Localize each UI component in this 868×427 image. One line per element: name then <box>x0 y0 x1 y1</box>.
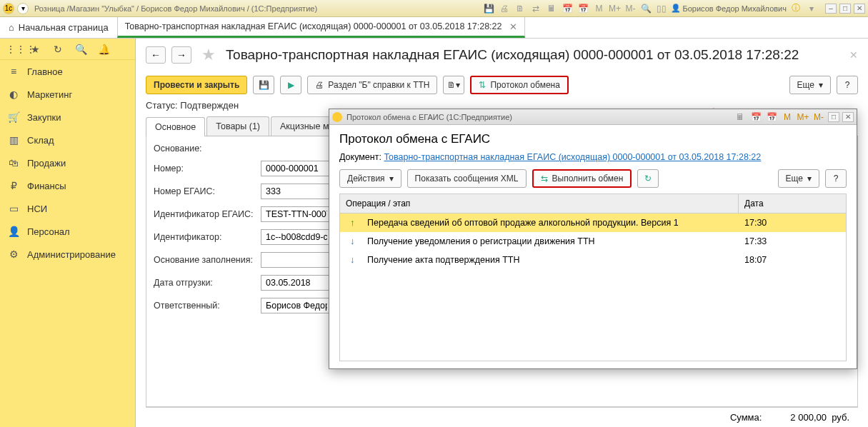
exchange-icon: ⇆ <box>541 174 548 184</box>
fill-basis-field[interactable] <box>261 252 332 268</box>
protocol-button[interactable]: ⇅Протокол обмена <box>470 76 568 94</box>
dlg-calendar2-icon[interactable]: 📅 <box>765 111 778 124</box>
refresh-button[interactable]: ↻ <box>637 169 659 188</box>
maximize-button[interactable]: □ <box>839 4 851 14</box>
top-nav: ⌂ Начальная страница Товарно-транспортна… <box>0 17 868 39</box>
post-button[interactable]: ▶ <box>280 76 301 94</box>
grid-header: Операция / этап Дата <box>339 194 847 214</box>
dlg-more-button[interactable]: Еще ▾ <box>778 169 819 188</box>
sidebar-item-icon: ▥ <box>7 134 20 146</box>
post-close-button[interactable]: Провести и закрыть <box>146 76 247 94</box>
print-icon: 🖨 <box>315 80 324 90</box>
nav-forward-button[interactable]: → <box>171 46 191 64</box>
show-xml-button[interactable]: Показать сообщения XML <box>407 169 527 188</box>
nav-back-button[interactable]: ← <box>146 46 166 64</box>
favorite-star-icon[interactable]: ★ <box>201 46 216 64</box>
sidebar-item[interactable]: ≡Главное <box>0 60 135 83</box>
dlg-m-icon[interactable]: M <box>781 111 794 124</box>
calendar2-icon[interactable]: 📅 <box>577 2 589 15</box>
dlg-mplus-icon[interactable]: M+ <box>797 111 809 124</box>
sidebar-item[interactable]: 🛒Закупки <box>0 106 135 129</box>
tab-main[interactable]: Основное <box>146 117 205 136</box>
dialog-doc-label: Документ: <box>339 152 381 162</box>
id-field[interactable] <box>261 229 332 245</box>
sidebar-item[interactable]: ▭НСИ <box>0 197 135 220</box>
number-label: Номер: <box>154 164 261 174</box>
bell-icon[interactable]: 🔔 <box>97 44 110 55</box>
sidebar-item-label: Администрирование <box>27 249 116 260</box>
actions-button[interactable]: Действия ▾ <box>339 169 401 188</box>
col-date[interactable]: Дата <box>739 194 846 213</box>
sidebar-item[interactable]: 👤Персонал <box>0 220 135 243</box>
more-button[interactable]: Еще ▾ <box>789 76 831 94</box>
home-button[interactable]: ⌂ Начальная страница <box>0 17 117 38</box>
calendar-icon[interactable]: 📅 <box>561 2 574 15</box>
doc-icon[interactable]: 🗎 <box>514 2 527 15</box>
responsible-field[interactable] <box>261 298 332 313</box>
egais-number-label: Номер ЕГАИС: <box>154 186 261 196</box>
egais-id-field[interactable] <box>261 206 332 222</box>
tab-goods[interactable]: Товары (1) <box>206 116 269 136</box>
report-dropdown-button[interactable]: 🗎▾ <box>443 76 464 94</box>
row-date: 17:33 <box>739 232 846 251</box>
dlg-calc-icon[interactable]: 🖩 <box>734 111 747 124</box>
dropdown-circle-icon[interactable]: ▾ <box>17 3 29 14</box>
help-button[interactable]: ? <box>837 76 858 94</box>
close-button[interactable]: ✕ <box>854 4 865 14</box>
user-label[interactable]: 👤 Борисов Федор Михайлович <box>671 2 787 15</box>
arrow-down-icon: ↓ <box>350 255 354 265</box>
mminus-icon[interactable]: M- <box>624 2 637 15</box>
col-operation[interactable]: Операция / этап <box>340 194 739 213</box>
protocol-label: Протокол обмена <box>490 80 559 90</box>
calc-icon[interactable]: 🖩 <box>545 2 558 15</box>
dialog-doc-line: Документ: Товарно-транспортная накладная… <box>339 152 847 162</box>
sidebar-item[interactable]: ⚙Администрирование <box>0 243 135 266</box>
panels-icon[interactable]: ▯▯ <box>655 2 668 15</box>
dialog-heading: Протокол обмена с ЕГАИС <box>339 132 847 146</box>
dlg-close-button[interactable]: ✕ <box>842 112 854 122</box>
document-toolbar: Провести и закрыть 💾 ▶ 🖨Раздел "Б" справ… <box>146 76 858 94</box>
minimize-button[interactable]: – <box>825 4 837 14</box>
save-icon[interactable]: 💾 <box>482 2 495 15</box>
dlg-help-button[interactable]: ? <box>825 169 847 188</box>
section-b-button[interactable]: 🖨Раздел "Б" справки к ТТН <box>307 76 437 94</box>
tab-close-icon[interactable]: ✕ <box>509 21 517 32</box>
sidebar-item[interactable]: ▥Склад <box>0 129 135 151</box>
sidebar-item-icon: 🛍 <box>7 157 20 169</box>
print-icon[interactable]: 🖨 <box>498 2 511 15</box>
zoom-icon[interactable]: 🔍 <box>639 2 652 15</box>
ship-date-field[interactable] <box>261 275 332 291</box>
apps-icon[interactable]: ⋮⋮⋮ <box>6 44 19 55</box>
sidebar-item-icon: ≡ <box>7 66 20 77</box>
star-icon[interactable]: ★ <box>29 44 41 55</box>
grid-row[interactable]: ↓Получение уведомления о регистрации дви… <box>340 232 846 251</box>
document-tab[interactable]: Товарно-транспортная накладная ЕГАИС (ис… <box>117 17 525 38</box>
dlg-calendar-icon[interactable]: 📅 <box>749 111 762 124</box>
grid-row[interactable]: ↑Передача сведений об оптовой продаже ал… <box>340 214 846 232</box>
sidebar-item[interactable]: ◐Маркетинг <box>0 83 135 106</box>
m-icon[interactable]: M <box>592 2 605 15</box>
search-icon[interactable]: 🔍 <box>74 44 87 55</box>
info-icon[interactable]: ⓘ <box>789 2 802 15</box>
do-exchange-button[interactable]: ⇆Выполнить обмен <box>532 169 632 188</box>
sidebar-icon-row: ⋮⋮⋮ ★ ↻ 🔍 🔔 <box>0 39 135 60</box>
save-button[interactable]: 💾 <box>253 76 274 94</box>
compare-icon[interactable]: ⇄ <box>529 2 542 15</box>
page-close-icon[interactable]: ✕ <box>849 49 858 61</box>
sidebar-item-icon: ₽ <box>7 180 20 191</box>
actions-label: Действия <box>347 174 385 184</box>
sidebar-item[interactable]: 🛍Продажи <box>0 151 135 174</box>
info-dropdown-icon[interactable]: ▾ <box>805 2 818 15</box>
mplus-icon[interactable]: M+ <box>608 2 621 15</box>
sidebar-item-icon: 👤 <box>7 226 20 237</box>
sidebar-item[interactable]: ₽Финансы <box>0 174 135 197</box>
grid-row[interactable]: ↓Получение акта подтверждения ТТН18:07 <box>340 251 846 269</box>
arrow-down-icon: ↓ <box>350 236 354 246</box>
dlg-mminus-icon[interactable]: M- <box>812 111 825 124</box>
sidebar-item-label: Персонал <box>27 226 70 237</box>
dialog-doc-link[interactable]: Товарно-транспортная накладная ЕГАИС (ис… <box>384 152 761 162</box>
sidebar-item-icon: ▭ <box>7 203 20 214</box>
history-icon[interactable]: ↻ <box>51 44 64 55</box>
more-label: Еще <box>797 80 814 90</box>
dlg-maximize-button[interactable]: □ <box>828 112 839 122</box>
